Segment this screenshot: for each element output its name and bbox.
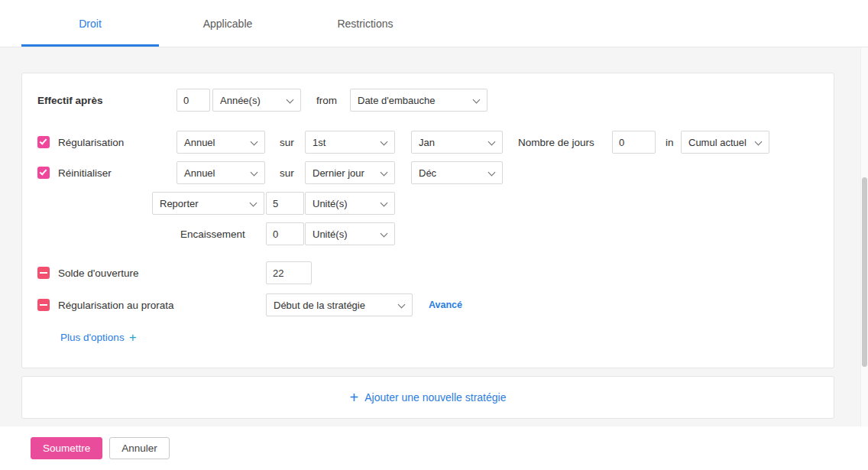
tab-droit[interactable]: Droit — [21, 0, 159, 47]
scrollbar-thumb[interactable] — [862, 177, 867, 367]
accrual-row: Régularisation Annuel sur 1st Jan Nombre… — [22, 131, 834, 154]
submit-button[interactable]: Soumettre — [31, 437, 102, 459]
reset-on-label: sur — [280, 167, 294, 179]
chevron-down-icon — [488, 169, 496, 177]
chevron-down-icon — [251, 138, 258, 146]
opening-balance-row: Solde d'ouverture — [22, 261, 834, 284]
accrual-on-label: sur — [280, 137, 294, 148]
checkmark-icon — [40, 137, 47, 144]
chevron-down-icon — [381, 138, 388, 146]
prorate-value: Début de la stratégie — [274, 300, 365, 311]
prorate-select[interactable]: Début de la stratégie — [266, 293, 413, 316]
tab-restrictions-label: Restrictions — [337, 18, 393, 30]
chevron-down-icon — [381, 199, 388, 207]
add-strategy-card: + Ajouter une nouvelle stratégie — [21, 376, 834, 419]
carryover-value-input[interactable] — [266, 192, 304, 215]
reset-month-value: Déc — [419, 167, 436, 179]
reset-day-select[interactable]: Dernier jour — [305, 161, 395, 184]
effective-after-value-input[interactable] — [177, 89, 210, 112]
carryover-type-value: Reporter — [160, 198, 199, 209]
more-options-label: Plus d'options — [60, 332, 125, 343]
days-count-label: Nombre de jours — [518, 137, 594, 148]
accumulation-select[interactable]: Cumul actuel — [681, 131, 769, 154]
tab-applicable-label: Applicable — [203, 18, 253, 30]
carryover-type-select[interactable]: Reporter — [152, 192, 264, 215]
accrual-month-select[interactable]: Jan — [411, 131, 503, 154]
more-options-link[interactable]: Plus d'options + — [60, 331, 137, 344]
chevron-down-icon — [755, 138, 763, 146]
reset-row: Réinitialiser Annuel sur Dernier jour Dé… — [22, 161, 834, 184]
prorate-label: Régularisation au prorata — [58, 300, 174, 311]
encashment-unit-select[interactable]: Unité(s) — [305, 222, 395, 245]
from-label: from — [316, 95, 337, 106]
add-strategy-button[interactable]: + Ajouter une nouvelle stratégie — [350, 390, 507, 405]
add-strategy-label: Ajouter une nouvelle stratégie — [364, 391, 506, 404]
chevron-down-icon — [398, 301, 406, 309]
accrual-checkbox[interactable] — [37, 136, 50, 148]
accrual-frequency-value: Annuel — [184, 137, 215, 148]
carryover-unit-select[interactable]: Unité(s) — [305, 192, 395, 215]
chevron-down-icon — [287, 96, 294, 104]
accumulation-value: Cumul actuel — [688, 137, 747, 148]
effective-after-unit-select[interactable]: Année(s) — [212, 89, 301, 112]
chevron-down-icon — [473, 96, 481, 104]
plus-icon: + — [129, 331, 137, 344]
accrual-label: Régularisation — [58, 137, 124, 148]
advanced-link[interactable]: Avancé — [429, 300, 462, 310]
effective-after-label: Effectif après — [37, 95, 103, 106]
encashment-value-input[interactable] — [266, 222, 304, 245]
checkmark-icon — [40, 167, 47, 175]
accrual-frequency-select[interactable]: Annuel — [177, 131, 265, 154]
cancel-button[interactable]: Annuler — [109, 437, 170, 459]
carryover-row: Reporter Unité(s) — [22, 192, 834, 215]
chevron-down-icon — [251, 169, 258, 177]
days-count-input[interactable] — [612, 131, 656, 154]
effective-after-row: Effectif après Année(s) from Date d'emba… — [22, 89, 834, 112]
in-label: in — [666, 137, 674, 148]
carryover-unit-value: Unité(s) — [313, 198, 348, 209]
prorate-row: Régularisation au prorata Début de la st… — [22, 293, 834, 316]
content-area: Effectif après Année(s) from Date d'emba… — [0, 47, 868, 426]
tab-droit-label: Droit — [79, 18, 102, 30]
strategy-card: Effectif après Année(s) from Date d'emba… — [21, 73, 834, 368]
chevron-down-icon — [488, 138, 496, 146]
reset-day-value: Dernier jour — [313, 167, 364, 179]
encashment-unit-value: Unité(s) — [313, 229, 348, 240]
opening-balance-checkbox[interactable] — [37, 267, 50, 279]
plus-icon: + — [350, 390, 359, 405]
accrual-day-select[interactable]: 1st — [305, 131, 395, 154]
effective-from-select[interactable]: Date d'embauche — [350, 89, 487, 112]
accrual-month-value: Jan — [419, 137, 435, 148]
opening-balance-input[interactable] — [266, 261, 312, 284]
encashment-label: Encaissement — [180, 229, 245, 240]
reset-frequency-value: Annuel — [184, 167, 215, 179]
vertical-scrollbar — [860, 47, 868, 470]
chevron-down-icon — [381, 169, 388, 177]
accrual-day-value: 1st — [313, 137, 326, 148]
dash-icon — [40, 304, 47, 306]
effective-from-value: Date d'embauche — [358, 95, 436, 106]
tab-restrictions[interactable]: Restrictions — [296, 0, 434, 47]
opening-balance-label: Solde d'ouverture — [58, 267, 138, 279]
reset-month-select[interactable]: Déc — [411, 161, 503, 184]
reset-label: Réinitialiser — [58, 167, 112, 179]
dash-icon — [40, 272, 47, 274]
more-options-row: Plus d'options + — [22, 331, 834, 348]
chevron-down-icon — [250, 199, 257, 207]
reset-frequency-select[interactable]: Annuel — [177, 161, 265, 184]
effective-after-unit-value: Année(s) — [220, 95, 261, 106]
tab-applicable[interactable]: Applicable — [159, 0, 296, 47]
footer: Soumettre Annuler — [0, 426, 868, 470]
chevron-down-icon — [381, 230, 388, 238]
encashment-row: Encaissement Unité(s) — [22, 222, 834, 245]
tab-bar: Droit Applicable Restrictions — [0, 0, 868, 47]
reset-checkbox[interactable] — [37, 167, 50, 179]
prorate-checkbox[interactable] — [37, 299, 50, 311]
